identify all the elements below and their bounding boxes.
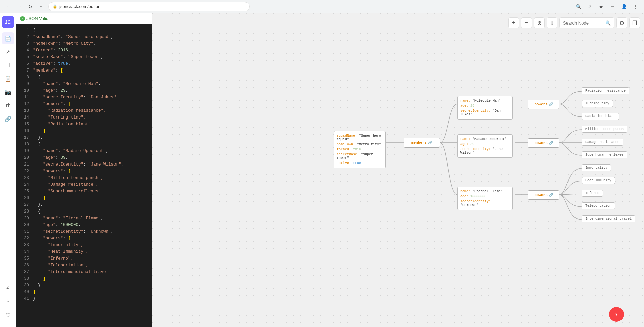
graph-panel[interactable]: + − ⊛ ⇩ 🔍 ⚙ ❐ bbox=[152, 13, 644, 327]
member-3-node[interactable]: name: "Eternal Flame" age: 1000000 secre… bbox=[457, 187, 513, 210]
leaf-heat-immunity[interactable]: Heat Immunity bbox=[582, 177, 615, 184]
line-9: 9 "name": "Molecule Man", bbox=[16, 81, 152, 87]
leaf-immortality[interactable]: Immortality bbox=[582, 164, 611, 171]
line-19: 19 "name": "Madame Uppercut", bbox=[16, 148, 152, 154]
code-editor[interactable]: 1 { 2 "squadName": "Super hero squad", 3… bbox=[16, 24, 152, 327]
share-button[interactable]: ↗ bbox=[585, 2, 594, 11]
json-valid-status: ✓ JSON Valid bbox=[20, 16, 48, 21]
browser-chrome: ← → ↻ ⌂ 🔒 jsoncrack.com/editor 🔍 ↗ ★ ▭ 👤… bbox=[0, 0, 644, 13]
nav-buttons: ← → ↻ ⌂ bbox=[4, 2, 46, 11]
root-row-formed: formed: 2016 bbox=[334, 147, 385, 152]
sidebar-item-link[interactable]: 🔗 bbox=[2, 113, 14, 125]
line-5: 5 "secretBase": "Super tower", bbox=[16, 54, 152, 60]
settings-button[interactable]: ⚙ bbox=[616, 17, 627, 28]
line-26: 26 ] bbox=[16, 195, 152, 201]
powers-1-label: powers bbox=[534, 102, 548, 106]
members-pill[interactable]: members 🔗 bbox=[404, 138, 440, 148]
menu-button[interactable]: ⋮ bbox=[631, 2, 640, 11]
m1-name: name: "Molecule Man" bbox=[458, 98, 512, 103]
powers-3-pill[interactable]: powers 🔗 bbox=[528, 190, 559, 200]
line-27: 27 }, bbox=[16, 201, 152, 208]
line-10: 10 "age": 29, bbox=[16, 87, 152, 94]
bookmark-button[interactable]: ★ bbox=[596, 2, 606, 11]
leaf-radiation-blast[interactable]: Radiation blast bbox=[582, 113, 619, 120]
root-row-active: active: true bbox=[334, 161, 385, 166]
sidebar-twitter-icon[interactable]: 𝕫 bbox=[2, 281, 14, 293]
sidebar-github-icon[interactable]: ○ bbox=[2, 295, 14, 307]
line-2: 2 "squadName": "Super hero squad", bbox=[16, 34, 152, 40]
m1-identity: secretIdentity: "Dan Jukes" bbox=[458, 108, 512, 117]
url-text: jsoncrack.com/editor bbox=[59, 4, 99, 9]
member-2-node[interactable]: name: "Madame Uppercut" age: 39 secretId… bbox=[457, 134, 513, 158]
app-logo[interactable]: JC bbox=[2, 16, 14, 28]
graph-toolbar: + − ⊛ ⇩ 🔍 ⚙ ❐ bbox=[508, 17, 640, 28]
sidebar-item-file[interactable]: 📄 bbox=[2, 32, 14, 44]
fullscreen-button[interactable]: ❐ bbox=[629, 17, 640, 28]
refresh-button[interactable]: ↻ bbox=[26, 2, 35, 11]
line-39: 39 } bbox=[16, 282, 152, 289]
zoom-in-button[interactable]: + bbox=[508, 17, 519, 28]
line-37: 37 "Interdimensional travel" bbox=[16, 269, 152, 275]
m3-identity: secretIdentity: "Unknown" bbox=[458, 199, 512, 208]
zoom-out-button[interactable]: − bbox=[521, 17, 532, 28]
back-button[interactable]: ← bbox=[4, 2, 13, 11]
sidebar-item-share[interactable]: ↗ bbox=[2, 46, 14, 58]
root-row-hometown: homeTown: "Metro City" bbox=[334, 142, 385, 147]
sidebar-heart-icon[interactable]: ♡ bbox=[2, 309, 14, 321]
member-1-node[interactable]: name: "Molecule Man" age: 29 secretIdent… bbox=[457, 96, 513, 120]
download-button[interactable]: ⇩ bbox=[547, 17, 557, 28]
powers-1-pill[interactable]: powers 🔗 bbox=[528, 100, 559, 109]
search-node-box[interactable]: 🔍 bbox=[559, 17, 614, 28]
split-view-button[interactable]: ▭ bbox=[608, 2, 617, 11]
line-17: 17 }, bbox=[16, 134, 152, 141]
leaf-million-tonne[interactable]: Million tonne punch bbox=[582, 126, 627, 133]
line-29: 29 "name": "Eternal Flame", bbox=[16, 215, 152, 222]
sidebar-item-filter[interactable]: ⊣ bbox=[2, 59, 14, 71]
csdn-heart-icon: ♥ bbox=[615, 312, 617, 317]
line-20: 20 "age": 39, bbox=[16, 154, 152, 161]
valid-label: JSON Valid bbox=[26, 16, 48, 21]
leaf-interdimensional[interactable]: Interdimensional travel bbox=[582, 215, 635, 222]
leaf-inferno[interactable]: Inferno bbox=[582, 190, 603, 197]
line-8: 8 { bbox=[16, 74, 152, 81]
lock-icon: 🔒 bbox=[53, 4, 57, 9]
forward-button[interactable]: → bbox=[15, 2, 24, 11]
line-24: 24 "Damage resistance", bbox=[16, 181, 152, 188]
line-32: 32 "powers": [ bbox=[16, 235, 152, 242]
line-40: 40 ] bbox=[16, 289, 152, 295]
line-21: 21 "secretIdentity": "Jane Wilson", bbox=[16, 161, 152, 168]
csdn-badge[interactable]: ♥ bbox=[609, 307, 624, 322]
line-41: 41 } bbox=[16, 295, 152, 302]
sidebar-item-camera[interactable]: 📷 bbox=[2, 86, 14, 98]
sidebar-item-trash[interactable]: 🗑 bbox=[2, 99, 14, 111]
leaf-superhuman-reflexes[interactable]: Superhuman reflexes bbox=[582, 151, 627, 158]
editor-wrapper: ✓ JSON Valid 1 { 2 "squadName": "Super h… bbox=[16, 13, 152, 327]
line-38: 38 ] bbox=[16, 275, 152, 282]
sidebar-item-clipboard[interactable]: 📋 bbox=[2, 73, 14, 85]
line-6: 6 "active": true, bbox=[16, 60, 152, 67]
leaf-radiation-resistance[interactable]: Radiation resistance bbox=[582, 87, 629, 94]
line-15: 15 "Radiation blast" bbox=[16, 121, 152, 128]
powers-2-pill[interactable]: powers 🔗 bbox=[528, 138, 559, 148]
root-row-squadname: squadName: "Super hero squad" bbox=[334, 133, 385, 142]
link-icon: 🔗 bbox=[428, 141, 432, 145]
leaf-teleportation[interactable]: Teleportation bbox=[582, 202, 615, 209]
line-16: 16 ] bbox=[16, 128, 152, 134]
profile-button[interactable]: 👤 bbox=[619, 2, 629, 11]
search-browser-button[interactable]: 🔍 bbox=[573, 2, 583, 11]
address-bar[interactable]: 🔒 jsoncrack.com/editor bbox=[48, 2, 250, 11]
graph-connections-svg bbox=[152, 13, 644, 327]
leaf-damage-resistance[interactable]: Damage resistance bbox=[582, 139, 623, 146]
line-13: 13 "Radiation resistance", bbox=[16, 107, 152, 114]
link-icon-3: 🔗 bbox=[549, 193, 553, 197]
search-node-input[interactable] bbox=[563, 20, 603, 26]
fit-view-button[interactable]: ⊛ bbox=[534, 17, 545, 28]
home-button[interactable]: ⌂ bbox=[36, 2, 46, 11]
m1-age: age: 29 bbox=[458, 103, 512, 108]
line-22: 22 "powers": [ bbox=[16, 168, 152, 175]
line-11: 11 "secretIdentity": "Dan Jukes", bbox=[16, 94, 152, 101]
m2-name: name: "Madame Uppercut" bbox=[458, 137, 512, 142]
root-node[interactable]: squadName: "Super hero squad" homeTown: … bbox=[334, 131, 386, 168]
leaf-turning-tiny[interactable]: Turning tiny bbox=[582, 100, 613, 107]
valid-dot: ✓ bbox=[20, 16, 25, 21]
